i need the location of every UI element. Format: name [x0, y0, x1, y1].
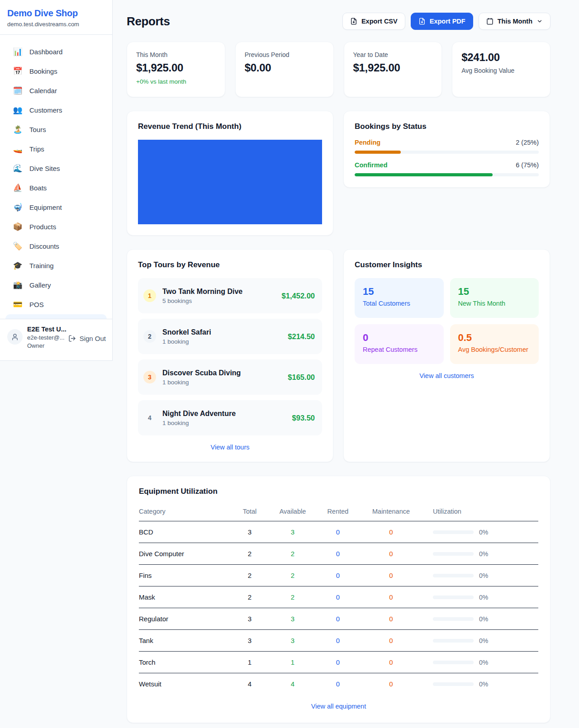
discounts-tag-icon: 🏷️ — [13, 242, 23, 250]
sidebar-item-tours[interactable]: 🏝️Tours — [5, 120, 107, 139]
active-nav-highlight[interactable] — [5, 314, 107, 319]
stat-label: Previous Period — [245, 51, 324, 58]
cell-rented: 0 — [315, 652, 361, 673]
cell-category: Wetsuit — [139, 673, 229, 695]
sidebar-item-label: Tours — [29, 126, 46, 133]
sidebar-item-bookings[interactable]: 📅Bookings — [5, 61, 107, 81]
sidebar-item-label: Training — [29, 262, 54, 269]
stat-label: Year to Date — [353, 51, 433, 58]
user-email: e2e-tester@... — [27, 334, 66, 341]
insight-tile-avg-bookings: 0.5 Avg Bookings/Customer — [450, 324, 539, 364]
status-label-pending: Pending — [355, 139, 380, 146]
rank-badge: 3 — [143, 371, 156, 383]
tour-amount: $165.00 — [288, 373, 315, 382]
file-download-icon — [350, 18, 357, 25]
revenue-trend-title: Revenue Trend (This Month) — [138, 122, 322, 131]
sidebar-item-label: Bookings — [29, 67, 57, 75]
cell-available: 1 — [270, 652, 315, 673]
cell-maintenance: 0 — [361, 543, 422, 565]
cell-category: Mask — [139, 586, 229, 608]
stat-value: $1,925.00 — [353, 61, 433, 74]
insight-grid: 15 Total Customers 15 New This Month 0 R… — [355, 278, 539, 364]
cell-total: 2 — [229, 543, 270, 565]
view-all-tours-link[interactable]: View all tours — [138, 444, 322, 451]
calendar-icon: 🗓️ — [13, 87, 23, 95]
tour-amount: $214.50 — [288, 332, 315, 341]
sidebar-item-pos[interactable]: 💳POS — [5, 295, 107, 314]
sidebar-nav: 📊Dashboard 📅Bookings 🗓️Calendar 👥Custome… — [0, 35, 112, 319]
tour-row[interactable]: 3 Discover Scuba Diving1 booking $165.00 — [138, 359, 322, 395]
utilization-percent: 0% — [479, 550, 488, 558]
insight-value: 15 — [363, 286, 436, 298]
table-row: BCD 3 3 0 0 0% — [139, 521, 538, 543]
bookings-calendar-icon: 📅 — [13, 67, 23, 75]
sidebar-item-products[interactable]: 📦Products — [5, 217, 107, 236]
view-all-customers-link[interactable]: View all customers — [355, 372, 539, 379]
sidebar-item-equipment[interactable]: 🤿Equipment — [5, 198, 107, 217]
utilization-bar-track — [433, 574, 474, 577]
export-pdf-button[interactable]: Export PDF — [411, 13, 473, 30]
user-role: Owner — [27, 342, 66, 349]
training-cap-icon: 🎓 — [13, 262, 23, 269]
sidebar-item-boats[interactable]: ⛵Boats — [5, 178, 107, 198]
trips-speedboat-icon: 🚤 — [13, 145, 23, 153]
cell-maintenance: 0 — [361, 673, 422, 695]
utilization-bar-track — [433, 552, 474, 556]
period-label: This Month — [498, 18, 532, 25]
column-header-total: Total — [229, 503, 270, 521]
cell-category: Torch — [139, 652, 229, 673]
table-header-row: Category Total Available Rented Maintena… — [139, 503, 538, 521]
status-row-pending: Pending 2 (25%) — [355, 139, 539, 154]
column-header-utilization: Utilization — [422, 503, 538, 521]
cell-total: 2 — [229, 586, 270, 608]
sidebar-item-trips[interactable]: 🚤Trips — [5, 139, 107, 159]
utilization-bar-track — [433, 596, 474, 599]
sidebar-item-label: Products — [29, 223, 56, 231]
status-count-pending: 2 (25%) — [516, 139, 539, 146]
tour-row[interactable]: 2 Snorkel Safari1 booking $214.50 — [138, 319, 322, 354]
sign-out-label: Sign Out — [80, 335, 106, 342]
sidebar-item-dive-sites[interactable]: 🌊Dive Sites — [5, 159, 107, 178]
cell-maintenance: 0 — [361, 652, 422, 673]
stat-label: This Month — [136, 51, 216, 58]
tour-row[interactable]: 4 Night Dive Adventure1 booking $93.50 — [138, 400, 322, 435]
tour-bookings: 1 booking — [162, 338, 211, 345]
cell-rented: 0 — [315, 630, 361, 652]
cell-rented: 0 — [315, 543, 361, 565]
cell-rented: 0 — [315, 521, 361, 543]
insight-label: Avg Bookings/Customer — [458, 346, 531, 353]
view-all-equipment-link[interactable]: View all equipment — [139, 703, 538, 710]
sidebar-item-gallery[interactable]: 📸Gallery — [5, 275, 107, 295]
insight-label: Total Customers — [363, 300, 436, 307]
sidebar-item-discounts[interactable]: 🏷️Discounts — [5, 236, 107, 256]
sign-out-button[interactable]: Sign Out — [68, 335, 106, 342]
revenue-bar — [138, 140, 322, 224]
stat-card-previous-period: Previous Period $0.00 — [235, 42, 334, 97]
cell-category: Regulator — [139, 608, 229, 630]
boats-sailboat-icon: ⛵ — [13, 184, 23, 192]
sidebar-item-training[interactable]: 🎓Training — [5, 256, 107, 275]
insight-value: 0 — [363, 332, 436, 344]
tour-row[interactable]: 1 Two Tank Morning Dive5 bookings $1,452… — [138, 278, 322, 313]
tour-name: Snorkel Safari — [162, 328, 211, 336]
top-tours-card: Top Tours by Revenue 1 Two Tank Morning … — [127, 249, 333, 462]
sidebar-item-dashboard[interactable]: 📊Dashboard — [5, 42, 107, 61]
insight-tile-new-this-month: 15 New This Month — [450, 278, 539, 318]
export-csv-button[interactable]: Export CSV — [342, 13, 405, 30]
tour-name: Night Dive Adventure — [162, 410, 236, 418]
cell-maintenance: 0 — [361, 586, 422, 608]
sidebar-item-calendar[interactable]: 🗓️Calendar — [5, 81, 107, 100]
insight-label: New This Month — [458, 300, 531, 307]
sidebar-user-section: E2E Test U... e2e-tester@... Owner Sign … — [0, 319, 112, 360]
avatar — [7, 329, 23, 345]
insight-tile-repeat-customers: 0 Repeat Customers — [355, 324, 444, 364]
sidebar-item-customers[interactable]: 👥Customers — [5, 100, 107, 120]
tours-island-icon: 🏝️ — [13, 126, 23, 133]
bookings-by-status-title: Bookings by Status — [355, 122, 539, 131]
utilization-percent: 0% — [479, 681, 488, 688]
rank-badge: 1 — [143, 289, 156, 302]
status-bar-track — [355, 151, 539, 154]
period-select[interactable]: This Month — [479, 13, 551, 30]
user-icon — [11, 333, 19, 341]
tour-bookings: 1 booking — [162, 420, 236, 426]
